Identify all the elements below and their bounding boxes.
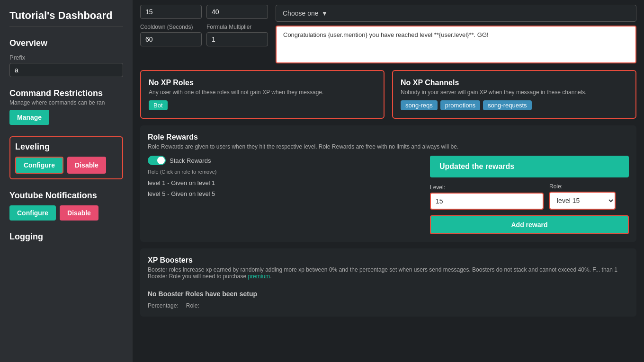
booster-role-label: Role: xyxy=(186,302,199,309)
booster-inputs-row: Percentage: Role: xyxy=(148,302,629,309)
chevron-down-icon: ▼ xyxy=(322,9,328,17)
no-xp-roles-tags: Bot xyxy=(149,100,376,110)
channel-tag-promotions[interactable]: promotions xyxy=(440,100,480,110)
channel-tag-song-reqs[interactable]: song-reqs xyxy=(401,100,438,110)
message-box[interactable]: Congratulations {user.mention} you have … xyxy=(276,26,636,63)
role-rewards-title: Role Rewards xyxy=(148,133,629,141)
role-rewards-desc: Role Rewards are given to users when the… xyxy=(148,143,629,150)
no-booster-label: No Booster Roles have been setup xyxy=(148,290,629,298)
reward-inputs-row: Level: Role: level 15 level 1 level 5 le… xyxy=(430,183,629,210)
manage-button[interactable]: Manage xyxy=(9,110,49,125)
no-xp-channels-title: No XP Channels xyxy=(401,79,628,87)
role-list: level 1 - Given on level 1 level 5 - Giv… xyxy=(148,177,422,200)
cooldown-label: Cooldown (Seconds) xyxy=(140,24,202,30)
sidebar-overview: Overview Prefix xyxy=(9,38,123,77)
rewards-left: Stack Rewards Role (Click on role to rem… xyxy=(148,156,422,234)
add-reward-button[interactable]: Add reward xyxy=(430,215,629,234)
xp-boosters-title: XP Boosters xyxy=(148,256,629,265)
level-input-group: Level: xyxy=(430,184,544,210)
sidebar: Tutorial's Dashboard Overview Prefix Com… xyxy=(0,0,133,362)
youtube-title: Youtube Notifications xyxy=(9,191,123,201)
choose-one-dropdown[interactable]: Choose one ▼ xyxy=(276,5,636,22)
sidebar-leveling: Leveling Configure Disable xyxy=(9,136,123,179)
leveling-disable-button[interactable]: Disable xyxy=(67,157,106,174)
role-input-group: Role: level 15 level 1 level 5 level 10 xyxy=(549,183,616,210)
no-xp-channels-panel: No XP Channels Nobody in your server wil… xyxy=(392,70,636,119)
cooldown-input[interactable] xyxy=(140,32,202,46)
sidebar-command-restrictions: Command Restrictions Manage where comman… xyxy=(9,88,123,125)
xp-boosters-section: XP Boosters Booster roles increase xp ea… xyxy=(140,248,636,317)
role-item-2[interactable]: level 5 - Given on level 5 xyxy=(148,188,422,199)
updated-rewards-banner: Updated the rewards xyxy=(430,156,629,177)
logging-title: Logging xyxy=(9,232,123,242)
command-restrictions-subtitle: Manage where commands can be ran xyxy=(9,99,123,106)
rewards-main-row: Stack Rewards Role (Click on role to rem… xyxy=(148,156,629,234)
role-rewards-section: Role Rewards Role Rewards are given to u… xyxy=(140,125,636,242)
prefix-label: Prefix xyxy=(9,54,123,61)
overview-title: Overview xyxy=(9,38,123,48)
role-select[interactable]: level 15 level 1 level 5 level 10 xyxy=(549,192,616,210)
command-restrictions-title: Command Restrictions xyxy=(9,88,123,98)
xp-panels-row: No XP Roles Any user with one of these r… xyxy=(140,70,636,119)
role-click-label: Role (Click on role to remove) xyxy=(148,169,422,175)
stack-rewards-label: Stack Rewards xyxy=(170,157,211,164)
sidebar-logging: Logging xyxy=(9,232,123,243)
stack-rewards-row: Stack Rewards xyxy=(148,156,422,165)
prefix-input[interactable] xyxy=(9,63,123,77)
no-xp-roles-desc: Any user with one of these roles will no… xyxy=(149,89,376,96)
role-tag-bot[interactable]: Bot xyxy=(149,100,168,110)
no-xp-channels-tags: song-reqs promotions song-requests xyxy=(401,100,628,110)
role-item-1[interactable]: level 1 - Given on level 1 xyxy=(148,177,422,188)
no-xp-channels-desc: Nobody in your server will gain XP when … xyxy=(401,89,628,96)
leveling-configure-button[interactable]: Configure xyxy=(15,157,63,174)
dropdown-label: Choose one xyxy=(283,9,319,17)
youtube-configure-button[interactable]: Configure xyxy=(9,205,56,221)
no-xp-roles-title: No XP Roles xyxy=(149,79,376,87)
leveling-title: Leveling xyxy=(15,142,117,152)
input-field-2[interactable] xyxy=(206,5,268,19)
no-xp-roles-panel: No XP Roles Any user with one of these r… xyxy=(140,70,385,119)
stack-rewards-toggle[interactable] xyxy=(148,156,166,165)
formula-label: Formula Multiplier xyxy=(206,24,268,30)
main-content: Cooldown (Seconds) Formula Multiplier Ch… xyxy=(133,0,644,362)
youtube-disable-button[interactable]: Disable xyxy=(60,205,98,221)
message-text: Congratulations {user.mention} you have … xyxy=(283,31,489,38)
input-field-1[interactable] xyxy=(140,5,202,19)
xp-boosters-desc: Booster roles increase xp earned by rand… xyxy=(148,266,629,280)
premium-link[interactable]: premium xyxy=(248,273,270,280)
level-field[interactable] xyxy=(430,193,544,210)
top-row: Cooldown (Seconds) Formula Multiplier Ch… xyxy=(140,5,636,63)
formula-input[interactable] xyxy=(206,32,268,46)
channel-tag-song-requests[interactable]: song-requests xyxy=(483,100,531,110)
sidebar-title: Tutorial's Dashboard xyxy=(9,9,123,27)
percentage-label: Percentage: xyxy=(148,302,179,309)
rewards-right: Updated the rewards Level: Role: level 1… xyxy=(430,156,629,234)
role-select-label: Role: xyxy=(549,183,616,190)
level-label: Level: xyxy=(430,184,544,191)
sidebar-youtube: Youtube Notifications Configure Disable xyxy=(9,191,123,221)
